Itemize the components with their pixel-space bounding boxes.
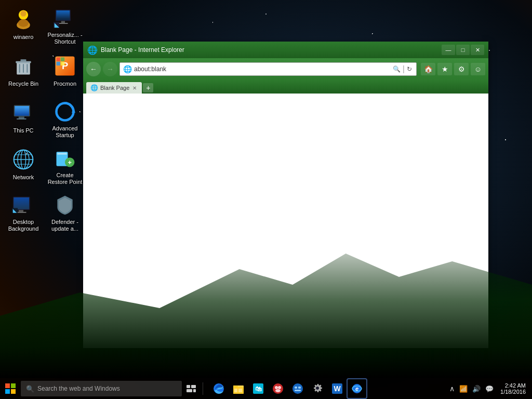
close-button[interactable]: ✕ [471,45,484,55]
browser-window: 🌐 Blank Page - Internet Explorer — □ ✕ ←… [83,42,488,348]
network-icon [11,147,36,172]
svg-point-68 [275,386,278,389]
clock-date: 1/18/2016 [500,389,526,395]
svg-text:🛍: 🛍 [255,385,262,393]
refresh-button[interactable]: ↻ [406,64,413,74]
taskview-button[interactable] [182,379,201,398]
svg-rect-15 [21,59,26,61]
desktop-icon-defender[interactable]: Defender - update a... [44,190,86,236]
svg-rect-14 [16,61,31,63]
winaero-label: winaero [14,34,34,41]
taskbar-icon-store[interactable]: 🛍 [249,379,268,398]
svg-rect-23 [61,58,64,61]
taskbar-icon-word[interactable]: W [328,379,347,398]
search-button[interactable]: 🔍 [392,64,402,74]
svg-rect-25 [61,62,64,65]
svg-rect-63 [234,389,237,392]
this-pc-label: This PC [13,127,33,134]
svg-rect-10 [58,23,68,24]
taskbar-icon-app2[interactable] [288,379,307,398]
svg-rect-53 [5,389,10,394]
svg-rect-29 [17,118,26,119]
settings-icon [312,383,323,394]
tray-volume-icon[interactable]: 🔊 [471,384,482,394]
nav-bar: ← → 🌐 🔍 | ↻ 🏠 ★ ⚙ ☺ [83,58,488,80]
maximize-button[interactable]: □ [456,45,470,55]
back-button[interactable]: ← [86,62,101,76]
favorites-button[interactable]: ★ [437,63,452,75]
svg-point-71 [292,383,303,394]
desktop-icon-advanced-startup[interactable]: Advanced Startup [44,96,86,143]
svg-rect-56 [191,385,196,388]
settings-button[interactable]: ⚙ [454,63,469,75]
desktop-icon-recycle-bin[interactable]: Recycle Bin [3,49,44,96]
personalize-label: Personaliz... - Shortcut [47,32,83,45]
svg-rect-30 [15,106,30,115]
system-tray: ∧ 📶 🔊 💬 2:42 AM 1/18/2016 [448,381,532,396]
taskbar-icon-settings[interactable] [308,379,327,398]
procmon-label: Procmon [54,81,76,87]
desktop-icon-winaero[interactable]: winaero [3,3,44,49]
browser-content [83,94,488,348]
create-restore-label: Create Restore Point [47,172,83,185]
tab-bar: 🌐 Blank Page ✕ + [83,80,488,94]
svg-point-4 [21,11,26,17]
address-bar[interactable]: 🌐 🔍 | ↻ [119,62,417,76]
desktop-icon-network[interactable]: Network [3,143,44,190]
edge-icon [213,383,224,394]
tray-network-icon[interactable]: 📶 [458,384,469,394]
svg-text:W: W [334,384,341,393]
svg-rect-9 [61,21,65,23]
desktop: winaero [0,0,532,399]
search-box[interactable]: 🔍 [21,381,182,396]
svg-rect-47 [19,210,23,212]
svg-text:+: + [68,158,72,166]
advanced-startup-icon [52,100,77,123]
desktop-icon-create-restore[interactable]: + Create Restore Point [44,143,86,190]
svg-rect-52 [11,383,16,388]
app2-icon [292,383,303,394]
app1-icon [272,383,284,394]
taskbar-icon-ie[interactable]: e [348,379,366,398]
new-tab-button[interactable]: + [143,83,153,92]
desktop-icon-procmon[interactable]: P Procmon [44,49,86,96]
taskbar-icon-edge[interactable] [209,379,228,398]
create-restore-icon: + [52,147,77,170]
svg-text:e: e [355,385,358,392]
minimize-button[interactable]: — [442,45,455,55]
browser-title: Blank Page - Internet Explorer [101,46,438,54]
windows-logo-icon [5,383,16,394]
svg-rect-54 [11,389,16,394]
personalize-icon [52,7,77,30]
system-clock[interactable]: 2:42 AM 1/18/2016 [497,381,529,396]
start-button[interactable] [0,378,21,399]
desktop-bg-label: Desktop Background [5,219,42,232]
svg-rect-55 [187,385,190,388]
taskbar: 🔍 [0,378,532,399]
home-button[interactable]: 🏠 [421,63,435,75]
tab-label: Blank Page [100,85,129,91]
taskbar-icon-explorer[interactable] [229,379,248,398]
address-input[interactable] [134,65,390,73]
svg-rect-41 [57,153,66,155]
search-input[interactable] [37,385,177,392]
desktop-icon-desktop-bg[interactable]: Desktop Background [3,190,44,236]
smiley-button[interactable]: ☺ [471,63,485,75]
taskbar-icon-app1[interactable] [269,379,287,398]
svg-point-5 [18,19,29,27]
recycle-bin-label: Recycle Bin [8,81,38,87]
tray-expand-button[interactable]: ∧ [448,383,456,394]
desktop-icon-personalize[interactable]: Personaliz... - Shortcut [44,3,86,49]
svg-rect-24 [57,62,60,65]
svg-rect-57 [187,389,192,392]
taskview-icon [187,385,196,392]
word-icon: W [331,383,343,394]
tray-action-center-icon[interactable]: 💬 [484,384,495,394]
svg-rect-72 [295,387,297,389]
browser-tab-blank-page[interactable]: 🌐 Blank Page ✕ [86,82,142,94]
tab-close-button[interactable]: ✕ [131,85,138,91]
this-pc-icon [11,100,36,125]
desktop-icon-this-pc[interactable]: This PC [3,96,44,143]
forward-button[interactable]: → [103,62,117,76]
taskbar-pinned-icons: 🛍 [209,379,366,398]
